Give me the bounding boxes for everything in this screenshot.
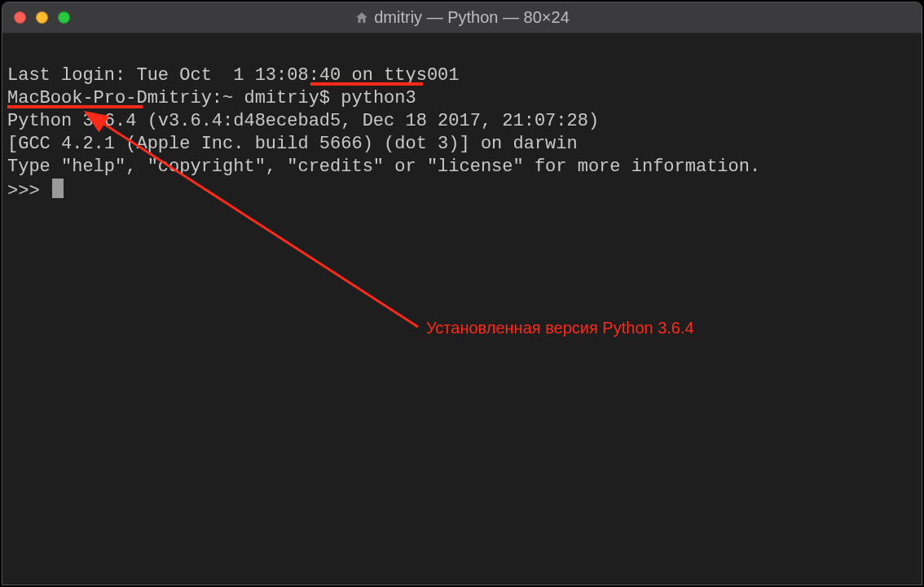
repl-prompt: >>>	[7, 181, 51, 201]
terminal-window: dmitriy — Python — 80×24 Last login: Tue…	[2, 2, 922, 585]
close-icon[interactable]	[14, 11, 26, 24]
annotation-label: Установленная версия Python 3.6.4	[426, 319, 694, 338]
annotation-underline	[7, 105, 143, 108]
minimize-icon[interactable]	[36, 11, 48, 24]
window-controls	[14, 11, 70, 24]
terminal-line: Type "help", "copyright", "credits" or "…	[7, 156, 917, 179]
terminal-line: >>>	[7, 179, 917, 203]
cursor	[52, 179, 64, 198]
zoom-icon[interactable]	[58, 11, 70, 24]
window-title: dmitriy — Python — 80×24	[2, 8, 922, 27]
titlebar: dmitriy — Python — 80×24	[2, 2, 922, 33]
home-icon	[354, 11, 369, 25]
shell-command: python3	[341, 88, 416, 108]
terminal-body[interactable]: Last login: Tue Oct 1 13:08:40 on ttys00…	[2, 33, 922, 585]
scrollbar[interactable]	[909, 35, 920, 583]
terminal-line: MacBook-Pro-Dmitriy:~ dmitriy$ python3	[7, 87, 917, 110]
terminal-line: Last login: Tue Oct 1 13:08:40 on ttys00…	[7, 64, 917, 87]
terminal-line: [GCC 4.2.1 (Apple Inc. build 5666) (dot …	[7, 133, 917, 156]
window-title-text: dmitriy — Python — 80×24	[374, 8, 570, 27]
terminal-line: Python 3.6.4 (v3.6.4:d48ecebad5, Dec 18 …	[7, 110, 917, 133]
annotation-underline	[310, 82, 423, 86]
